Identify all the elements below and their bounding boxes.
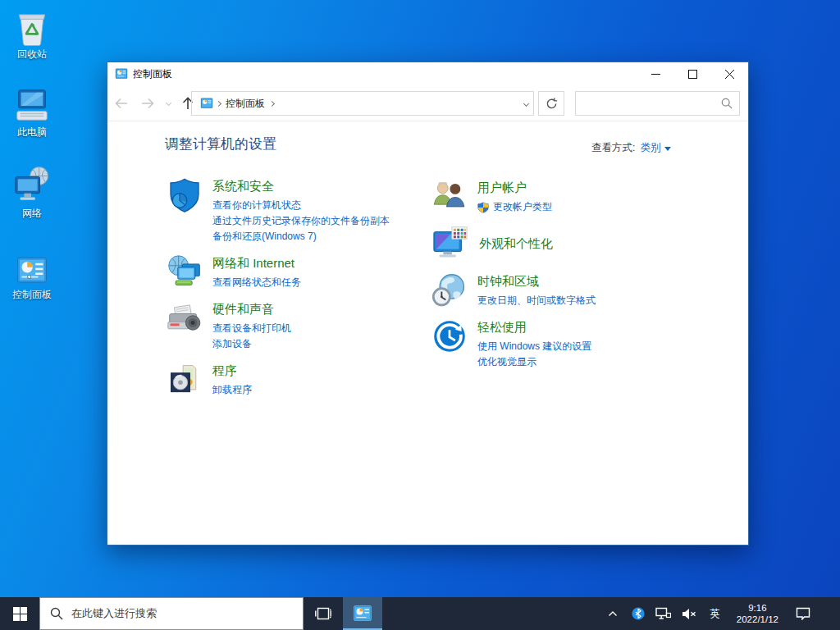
hardware-sound-icon[interactable] — [167, 300, 203, 336]
category-title[interactable]: 硬件和声音 — [212, 300, 291, 318]
category-link[interactable]: 更改日期、时间或数字格式 — [477, 293, 596, 308]
desktop-icon-network[interactable]: 网络 — [7, 166, 57, 219]
tray-time: 9:16 — [737, 602, 778, 614]
category-title[interactable]: 程序 — [212, 362, 252, 380]
category-hardware-sound: 硬件和声音 查看设备和打印机 添加设备 — [167, 300, 425, 352]
action-center-button[interactable] — [789, 597, 817, 630]
tray-overflow-button[interactable] — [603, 597, 623, 630]
desktop-icon-label: 网络 — [7, 208, 57, 219]
ime-indicator[interactable]: 英 — [705, 607, 726, 621]
ease-of-access-icon[interactable] — [431, 318, 468, 354]
system-security-icon[interactable] — [167, 177, 203, 213]
category-link[interactable]: 查看设备和打印机 — [212, 321, 291, 336]
network-tray-button[interactable] — [654, 597, 673, 630]
taskbar-search-box[interactable]: 在此键入进行搜索 — [39, 597, 304, 630]
category-link-change-account-type[interactable]: 更改帐户类型 — [477, 199, 552, 215]
desktop: 回收站 此电脑 网络 — [0, 0, 840, 630]
category-column-right: 用户帐户 更改帐户类型 — [431, 172, 706, 380]
maximize-icon — [688, 70, 697, 79]
control-panel-window: 控制面板 — [107, 62, 749, 546]
view-by-control: 查看方式: 类别 — [591, 141, 671, 155]
volume-tray-button[interactable] — [679, 597, 699, 630]
address-dropdown-icon[interactable] — [523, 100, 529, 106]
task-view-icon — [315, 607, 331, 620]
tray-date: 2022/1/12 — [737, 614, 778, 625]
desktop-icon-label: 控制面板 — [7, 289, 57, 300]
refresh-button[interactable] — [538, 91, 564, 116]
appearance-icon[interactable] — [431, 225, 469, 262]
category-programs: 程序 卸载程序 — [167, 362, 425, 398]
back-button[interactable] — [107, 98, 135, 109]
desktop-icon-recycle-bin[interactable]: 回收站 — [7, 8, 57, 60]
category-link[interactable]: 查看网络状态和任务 — [212, 275, 301, 290]
minimize-icon — [651, 70, 660, 79]
search-icon — [50, 607, 63, 620]
programs-icon[interactable] — [167, 362, 203, 398]
control-panel-search-box[interactable] — [575, 91, 740, 116]
category-title[interactable]: 用户帐户 — [477, 179, 552, 197]
this-pc-icon — [13, 86, 51, 124]
category-title[interactable]: 网络和 Internet — [212, 254, 301, 272]
windows-logo-icon — [13, 607, 27, 621]
desktop-icon-label: 此电脑 — [7, 126, 57, 138]
category-user-accounts: 用户帐户 更改帐户类型 — [431, 179, 706, 215]
control-panel-icon — [200, 97, 213, 110]
chevron-right-icon[interactable] — [216, 100, 221, 106]
desktop-icon-label: 回收站 — [7, 48, 57, 60]
back-icon — [114, 98, 129, 109]
control-panel-icon — [115, 67, 128, 80]
view-by-dropdown[interactable]: 类别 — [640, 141, 671, 155]
network-icon — [13, 166, 51, 205]
taskbar: 在此键入进行搜索 — [0, 597, 840, 630]
search-icon — [721, 98, 733, 109]
category-link[interactable]: 卸载程序 — [212, 382, 252, 398]
recent-pages-button[interactable] — [160, 101, 176, 105]
breadcrumb-control-panel[interactable]: 控制面板 — [226, 97, 265, 111]
view-by-label: 查看方式: — [591, 141, 635, 155]
chevron-down-icon — [664, 147, 671, 151]
start-button[interactable] — [0, 597, 39, 630]
title-bar[interactable]: 控制面板 — [107, 62, 748, 85]
chevron-down-icon — [165, 100, 171, 106]
refresh-icon — [546, 98, 558, 110]
network-internet-icon[interactable] — [167, 254, 203, 290]
desktop-icon-this-pc[interactable]: 此电脑 — [7, 86, 57, 138]
category-column-left: 系统和安全 查看你的计算机状态 通过文件历史记录保存你的文件备份副本 备份和还原… — [167, 172, 425, 408]
window-title: 控制面板 — [133, 67, 172, 81]
desktop-icon-control-panel[interactable]: 控制面板 — [7, 255, 57, 300]
minimize-button[interactable] — [637, 62, 674, 85]
category-appearance: 外观和个性化 — [431, 225, 706, 262]
category-link[interactable]: 添加设备 — [212, 336, 291, 352]
bluetooth-icon — [632, 607, 645, 620]
forward-button[interactable] — [135, 98, 160, 109]
control-panel-icon — [16, 255, 48, 286]
page-title: 调整计算机的设置 — [165, 135, 276, 153]
category-link[interactable]: 查看你的计算机状态 — [212, 198, 390, 213]
maximize-button[interactable] — [674, 62, 711, 85]
recycle-bin-icon — [14, 8, 50, 46]
taskbar-control-panel-button[interactable] — [343, 597, 382, 630]
task-view-button[interactable] — [304, 597, 343, 630]
category-link[interactable]: 优化视觉显示 — [477, 354, 591, 370]
user-accounts-icon[interactable] — [431, 179, 468, 215]
taskbar-clock[interactable]: 9:16 2022/1/12 — [732, 602, 783, 625]
action-center-icon — [796, 607, 810, 620]
control-panel-home: 调整计算机的设置 查看方式: 类别 — [107, 121, 748, 545]
category-title[interactable]: 系统和安全 — [212, 177, 390, 195]
chevron-right-icon[interactable] — [269, 100, 275, 106]
category-title[interactable]: 时钟和区域 — [477, 272, 596, 290]
category-link[interactable]: 备份和还原(Windows 7) — [212, 229, 390, 244]
category-link[interactable]: 使用 Windows 建议的设置 — [477, 339, 591, 354]
control-panel-search-input[interactable] — [582, 98, 721, 109]
address-bar[interactable]: 控制面板 — [191, 91, 534, 116]
uac-shield-icon — [477, 202, 489, 213]
category-title[interactable]: 外观和个性化 — [479, 235, 553, 253]
category-link[interactable]: 通过文件历史记录保存你的文件备份副本 — [212, 213, 390, 229]
close-button[interactable] — [711, 62, 748, 85]
category-title[interactable]: 轻松使用 — [477, 318, 591, 336]
bluetooth-tray-button[interactable] — [628, 597, 648, 630]
taskbar-search-placeholder: 在此键入进行搜索 — [71, 606, 157, 621]
category-network-internet: 网络和 Internet 查看网络状态和任务 — [167, 254, 425, 290]
clock-region-icon[interactable] — [431, 272, 468, 308]
category-ease-of-access: 轻松使用 使用 Windows 建议的设置 优化视觉显示 — [431, 318, 706, 370]
